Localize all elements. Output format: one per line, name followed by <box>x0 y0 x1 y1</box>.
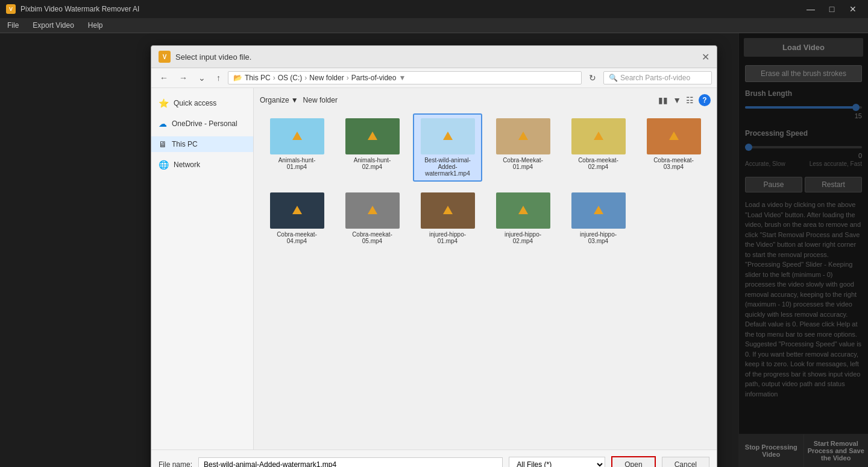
open-button[interactable]: Open <box>611 456 655 467</box>
file-thumbnail-8 <box>345 192 400 229</box>
breadcrumb-c: OS (C:) <box>278 74 303 82</box>
file-item-injured-hippo-01[interactable]: injured-hippo-01.mp4 <box>413 188 482 249</box>
sidebar-item-quick-access[interactable]: ⭐ Quick access <box>151 95 253 111</box>
sidebar-item-this-pc[interactable]: 🖥 This PC <box>151 136 253 152</box>
breadcrumb[interactable]: 📂 This PC › OS (C:) › New folder › Parts… <box>228 71 582 84</box>
close-button[interactable]: ✕ <box>844 0 862 18</box>
maximize-button[interactable]: □ <box>823 0 841 18</box>
this-pc-label: This PC <box>172 140 198 148</box>
menu-help[interactable]: Help <box>86 20 105 31</box>
dialog-close-button[interactable]: ✕ <box>702 51 709 63</box>
file-type-select[interactable]: All Files (*) <box>509 457 605 467</box>
app-logo: V <box>6 4 16 14</box>
file-name-1: Animals-hunt-01.mp4 <box>270 157 324 170</box>
organize-label: Organize <box>260 96 289 104</box>
svg-rect-19 <box>522 211 524 214</box>
network-icon: 🌐 <box>159 160 169 170</box>
vlc-icon-1 <box>291 130 303 142</box>
file-item-cobra-meekat-05[interactable]: Cobra-meekat-05.mp4 <box>338 188 407 249</box>
file-item-injured-hippo-03[interactable]: injured-hippo-03.mp4 <box>564 188 633 249</box>
dialog-title: Select input video file. <box>175 52 251 62</box>
svg-rect-1 <box>296 137 298 139</box>
view-list-button[interactable]: ☷ <box>686 95 694 105</box>
quick-access-label: Quick access <box>174 99 216 107</box>
svg-rect-7 <box>522 137 524 139</box>
file-item-cobra-meekat-02[interactable]: Cobra-meekat-02.mp4 <box>564 113 633 182</box>
cancel-button[interactable]: Cancel <box>662 457 709 467</box>
search-icon: 🔍 <box>609 74 618 82</box>
file-thumbnail-2 <box>345 118 400 154</box>
svg-rect-9 <box>597 137 600 139</box>
menu-file[interactable]: File <box>5 20 21 31</box>
menu-bar: File Export Video Help <box>0 18 868 33</box>
file-grid: Animals-hunt-01.mp4 Animals-hunt-02.mp4 <box>260 111 711 443</box>
breadcrumb-new-folder: New folder <box>309 74 344 82</box>
menu-export[interactable]: Export Video <box>30 20 77 31</box>
sidebar-item-onedrive[interactable]: ☁ OneDrive - Personal <box>151 116 253 132</box>
file-item-cobra-meekat-04[interactable]: Cobra-meekat-04.mp4 <box>262 188 332 249</box>
file-thumbnail-7 <box>270 192 324 229</box>
file-item-cobra-meekat-01[interactable]: Cobra-Meekat-01.mp4 <box>488 113 558 182</box>
file-thumbnail-4 <box>496 118 550 154</box>
app-title: Pixbim Video Watermark Remover AI <box>20 5 139 13</box>
sidebar-item-network[interactable]: 🌐 Network <box>151 157 253 173</box>
search-placeholder: Search Parts-of-video <box>620 74 690 82</box>
svg-rect-17 <box>447 211 449 214</box>
dialog-footer: File name: All Files (*) Open Cancel <box>151 450 717 467</box>
network-section: 🌐 Network <box>151 154 253 175</box>
dialog-overlay: V Select input video file. ✕ ← → ⌄ ↑ 📂 T… <box>0 33 868 467</box>
vlc-icon-7 <box>291 205 303 217</box>
refresh-button[interactable]: ↻ <box>585 71 600 85</box>
quick-access-icon: ⭐ <box>159 98 169 108</box>
organize-bar: Organize ▼ New folder ▮▮ ▼ ☷ ? <box>260 94 711 106</box>
file-thumbnail-1 <box>270 118 324 154</box>
file-name-10: injured-hippo-02.mp4 <box>496 231 550 244</box>
file-item-cobra-meekat-03[interactable]: Cobra-meekat-03.mp4 <box>639 113 708 182</box>
file-item-animals-hunt-01[interactable]: Animals-hunt-01.mp4 <box>262 113 332 182</box>
file-thumbnail-9 <box>421 192 475 229</box>
vlc-icon-6 <box>668 130 680 142</box>
recent-button[interactable]: ⌄ <box>195 71 209 85</box>
file-thumbnail-10 <box>496 192 550 229</box>
file-thumbnail-5 <box>571 118 626 154</box>
file-name-9: injured-hippo-01.mp4 <box>421 231 475 244</box>
this-pc-section: 🖥 This PC <box>151 134 253 154</box>
svg-rect-11 <box>673 137 675 139</box>
svg-rect-21 <box>597 211 600 214</box>
file-name-7: Cobra-meekat-04.mp4 <box>270 231 324 244</box>
new-folder-button[interactable]: New folder <box>303 96 338 104</box>
onedrive-section: ☁ OneDrive - Personal <box>151 113 253 134</box>
view-tiles-button[interactable]: ▮▮ <box>658 95 668 105</box>
up-button[interactable]: ↑ <box>213 71 224 85</box>
file-thumbnail-3 <box>421 118 475 154</box>
onedrive-label: OneDrive - Personal <box>172 119 237 128</box>
svg-rect-5 <box>447 137 449 139</box>
file-item-animals-hunt-02[interactable]: Animals-hunt-02.mp4 <box>338 113 407 182</box>
network-label: Network <box>174 160 200 169</box>
help-button[interactable]: ? <box>699 94 711 106</box>
dialog-body: ⭐ Quick access ☁ OneDrive - Personal 🖥 T… <box>151 88 717 450</box>
svg-rect-15 <box>371 211 374 214</box>
file-item-injured-hippo-02[interactable]: injured-hippo-02.mp4 <box>488 188 558 249</box>
organize-button[interactable]: Organize ▼ <box>260 96 298 104</box>
svg-rect-13 <box>296 211 298 214</box>
title-bar: V Pixbim Video Watermark Remover AI — □ … <box>0 0 868 18</box>
vlc-icon-5 <box>593 130 605 142</box>
back-button[interactable]: ← <box>156 71 172 85</box>
file-item-best-wild[interactable]: Best-wild-animal-Added-watermark1.mp4 <box>413 113 482 182</box>
breadcrumb-this-pc: This PC <box>245 74 271 82</box>
dialog-title-bar: V Select input video file. ✕ <box>151 46 717 68</box>
dialog-main: Organize ▼ New folder ▮▮ ▼ ☷ ? <box>254 88 717 450</box>
breadcrumb-parts-of-video: Parts-of-video <box>351 74 397 82</box>
onedrive-icon: ☁ <box>159 119 167 129</box>
window-controls: — □ ✕ <box>802 0 862 18</box>
vlc-icon-2 <box>366 130 379 142</box>
minimize-button[interactable]: — <box>802 0 820 18</box>
vlc-icon-9 <box>442 205 454 217</box>
view-dropdown-button[interactable]: ▼ <box>673 95 681 105</box>
vlc-icon-8 <box>366 205 379 217</box>
search-box[interactable]: 🔍 Search Parts-of-video <box>603 71 712 84</box>
file-name-input[interactable] <box>198 457 503 467</box>
forward-button[interactable]: → <box>175 71 191 85</box>
file-name-5: Cobra-meekat-02.mp4 <box>571 157 626 170</box>
